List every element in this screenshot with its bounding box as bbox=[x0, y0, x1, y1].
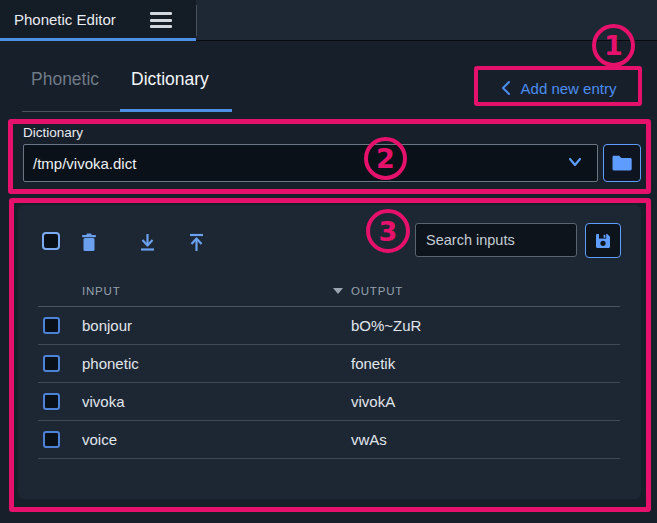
row-checkbox[interactable] bbox=[43, 355, 60, 372]
phonetic-editor-window: Phonetic Editor Phonetic Dictionary Add … bbox=[0, 0, 657, 523]
table-row[interactable]: voice vwAs bbox=[38, 421, 620, 459]
tab-phonetic[interactable]: Phonetic bbox=[31, 69, 99, 90]
output-cell: vwAs bbox=[351, 431, 620, 448]
export-button[interactable] bbox=[185, 231, 207, 253]
search-input[interactable] bbox=[415, 223, 577, 257]
add-new-entry-label: Add new entry bbox=[521, 80, 617, 97]
table-row[interactable]: phonetic fonetik bbox=[38, 345, 620, 383]
delete-button[interactable] bbox=[78, 231, 100, 253]
add-new-entry-button[interactable]: Add new entry bbox=[481, 72, 636, 104]
output-cell: bO%~ZuR bbox=[351, 317, 620, 334]
entries-table-panel: INPUT OUTPUT bonjour bO%~ZuR phonetic fo… bbox=[18, 205, 641, 499]
table-row[interactable]: bonjour bO%~ZuR bbox=[38, 307, 620, 345]
folder-icon bbox=[611, 154, 633, 172]
dictionary-path-value: /tmp/vivoka.dict bbox=[24, 155, 136, 172]
download-icon bbox=[139, 233, 156, 252]
table-row[interactable]: vivoka vivokA bbox=[38, 383, 620, 421]
upload-icon bbox=[188, 233, 205, 252]
tab-dictionary[interactable]: Dictionary bbox=[131, 69, 209, 90]
input-cell: vivoka bbox=[82, 393, 351, 410]
dictionary-path-select[interactable]: /tmp/vivoka.dict bbox=[23, 144, 598, 182]
sort-descending-icon bbox=[333, 288, 343, 294]
chevron-left-icon bbox=[501, 80, 511, 96]
window-title: Phonetic Editor bbox=[0, 11, 116, 28]
output-cell: vivokA bbox=[351, 393, 620, 410]
chevron-down-icon bbox=[567, 156, 583, 168]
menu-icon[interactable] bbox=[150, 12, 172, 28]
row-checkbox[interactable] bbox=[43, 317, 60, 334]
entries-table: INPUT OUTPUT bonjour bO%~ZuR phonetic fo… bbox=[38, 276, 620, 459]
trash-icon bbox=[81, 233, 97, 252]
table-header-row: INPUT OUTPUT bbox=[38, 276, 620, 307]
import-button[interactable] bbox=[136, 231, 158, 253]
tab-separator bbox=[196, 5, 197, 36]
input-cell: voice bbox=[82, 431, 351, 448]
tab-underline-active bbox=[120, 109, 232, 112]
column-header-input[interactable]: INPUT bbox=[82, 285, 351, 297]
dictionary-label: Dictionary bbox=[23, 125, 83, 140]
main-panel: Phonetic Dictionary Add new entry Dictio… bbox=[0, 41, 657, 523]
titlebar: Phonetic Editor bbox=[0, 0, 657, 41]
save-icon bbox=[593, 231, 613, 251]
column-header-output[interactable]: OUTPUT bbox=[351, 285, 620, 297]
select-all-checkbox[interactable] bbox=[42, 232, 60, 250]
save-button[interactable] bbox=[585, 223, 621, 258]
input-cell: bonjour bbox=[82, 317, 351, 334]
row-checkbox[interactable] bbox=[43, 431, 60, 448]
input-cell: phonetic bbox=[82, 355, 351, 372]
output-cell: fonetik bbox=[351, 355, 620, 372]
tab-underline-inactive bbox=[22, 111, 120, 112]
browse-file-button[interactable] bbox=[603, 144, 641, 182]
row-checkbox[interactable] bbox=[43, 393, 60, 410]
